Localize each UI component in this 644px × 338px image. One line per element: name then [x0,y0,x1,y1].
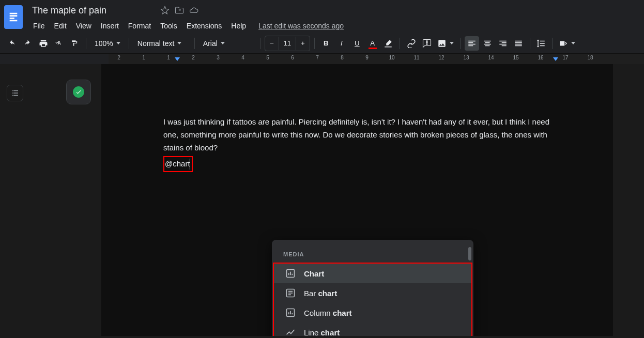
ruler-tick: 18 [587,55,593,60]
popup-section-media-label: MEDIA [272,249,473,263]
line-spacing-dropdown[interactable] [534,36,548,51]
ruler-tick: 16 [538,55,543,60]
caret-down-icon [450,42,454,44]
ruler-tick: 9 [365,55,369,60]
paragraph-style-dropdown[interactable]: Normal text [133,36,190,51]
ruler-tick: 14 [488,55,494,60]
highlight-color-button[interactable] [381,36,395,51]
ruler-tick: 2 [192,55,195,60]
caret-down-icon [571,42,575,44]
menu-extensions[interactable]: Extensions [182,20,226,32]
menu-edit[interactable]: Edit [50,20,71,32]
mention-popup: MEDIA Chart Bar chart Column chart [272,240,473,336]
ruler-tick: 1 [142,55,145,60]
workspace: I was just thinking if tattoos are painf… [0,64,644,336]
menu-format[interactable]: Format [124,20,155,32]
indent-marker[interactable] [175,57,180,61]
popup-scrollbar[interactable] [468,247,471,260]
outline-toggle-button[interactable] [7,85,23,101]
ruler-tick: 1 [167,55,170,60]
menu-insert[interactable]: Insert [97,20,123,32]
more-toolbar-dropdown[interactable] [557,36,577,51]
ruler-tick: 8 [341,55,344,60]
menu-file[interactable]: File [29,20,49,32]
spellcheck-button[interactable] [52,36,66,51]
align-right-button[interactable] [496,36,510,51]
font-size-input[interactable] [279,37,296,50]
last-edit-link[interactable]: Last edit was seconds ago [258,22,344,30]
font-size-increase-button[interactable]: + [296,36,310,51]
docs-app-icon[interactable] [4,5,23,29]
ruler-tick: 15 [513,55,518,60]
star-icon[interactable] [160,6,170,15]
popup-option-chart[interactable]: Chart [274,264,471,283]
move-icon[interactable] [175,6,184,15]
insert-comment-button[interactable] [420,36,434,51]
text-color-button[interactable]: A [365,36,380,51]
popup-option-line-chart[interactable]: Line chart [274,322,471,336]
menu-tools[interactable]: Tools [156,20,181,32]
mention-chip[interactable]: @chart [163,156,193,172]
status-ok-pill[interactable] [66,80,91,104]
print-button[interactable] [36,36,51,51]
zoom-dropdown[interactable]: 100% [90,36,125,51]
menu-view[interactable]: View [72,20,96,32]
redo-button[interactable] [21,36,35,51]
doc-icon [285,288,296,298]
bold-button[interactable]: B [319,36,333,51]
ruler-tick: 17 [562,55,568,60]
ruler-tick: 2 [117,55,120,60]
check-icon [73,86,84,98]
ruler-tick: 11 [413,55,419,60]
font-dropdown[interactable]: Arial [199,36,256,51]
cloud-status-icon[interactable] [189,6,198,15]
ruler-tick: 4 [241,55,244,60]
font-size-decrease-button[interactable]: − [265,36,279,51]
ruler[interactable]: 21123456789101112131415161718 [0,54,644,64]
bar-chart-icon [285,268,296,279]
caret-down-icon [116,42,120,44]
caret-down-icon [221,42,225,44]
ruler-tick: 5 [266,55,269,60]
ruler-tick: 6 [291,55,294,60]
undo-button[interactable] [5,36,20,51]
popup-option-column-chart[interactable]: Column chart [274,303,471,322]
menu-help[interactable]: Help [227,20,250,32]
underline-button[interactable]: U [350,36,364,51]
font-size-group: − + [265,36,310,51]
align-justify-button[interactable] [511,36,526,51]
caret-down-icon [177,42,181,44]
right-margin-marker[interactable] [553,57,558,61]
popup-option-bar-chart[interactable]: Bar chart [274,283,471,303]
ruler-tick: 7 [316,55,319,60]
italic-button[interactable]: I [334,36,349,51]
line-chart-icon [285,327,296,336]
toolbar: 100% Normal text Arial − + B I U A [0,33,644,54]
paint-format-button[interactable] [67,36,82,51]
ruler-tick: 13 [463,55,469,60]
ruler-tick: 3 [217,55,220,60]
align-left-button[interactable] [465,36,479,51]
bar-chart-icon [285,308,296,318]
insert-image-dropdown[interactable] [435,36,456,51]
document-page[interactable]: I was just thinking if tattoos are painf… [101,64,613,336]
media-options-highlight: Chart Bar chart Column chart Line c [273,263,472,336]
ruler-tick: 12 [438,55,444,60]
document-title-input[interactable] [29,4,155,17]
insert-link-button[interactable] [404,36,419,51]
menu-bar: File Edit View Insert Format Tools Exten… [29,19,639,33]
ruler-tick: 10 [389,55,394,60]
align-center-button[interactable] [480,36,495,51]
body-text[interactable]: I was just thinking if tattoos are painf… [163,116,551,172]
title-bar: File Edit View Insert Format Tools Exten… [0,0,644,33]
